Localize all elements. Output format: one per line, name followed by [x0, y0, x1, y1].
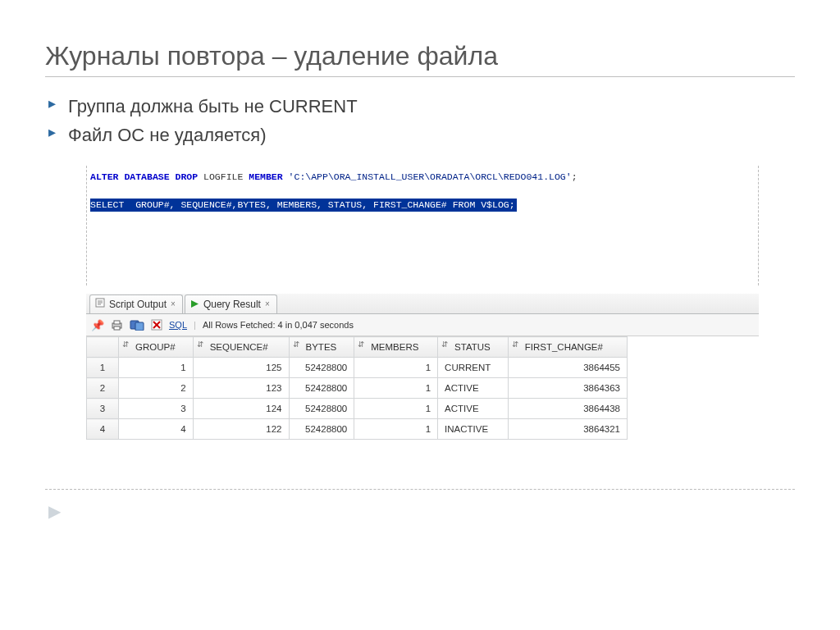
script-output-icon — [95, 298, 105, 310]
cell-members: 1 — [354, 378, 438, 399]
cell-bytes: 52428800 — [289, 358, 354, 378]
sort-icon: ⇵ — [293, 340, 299, 349]
sql-line-1: ALTER DATABASE DROP LOGFILE MEMBER 'C:\A… — [90, 171, 751, 185]
slide: Журналы повтора – удаление файла Группа … — [0, 0, 840, 554]
delete-icon[interactable] — [151, 319, 162, 331]
table-row[interactable]: 2 2 123 52428800 1 ACTIVE 3864363 — [87, 378, 628, 399]
separator: | — [194, 320, 196, 330]
close-icon[interactable]: × — [171, 299, 176, 308]
cell-group: 2 — [119, 378, 194, 399]
col-first-change[interactable]: ⇵FIRST_CHANGE# — [508, 337, 627, 358]
col-bytes[interactable]: ⇵BYTES — [289, 337, 354, 358]
svg-rect-9 — [135, 322, 144, 331]
cell-group: 3 — [119, 399, 194, 419]
close-icon[interactable]: × — [265, 299, 270, 308]
results-table: ⇵GROUP# ⇵SEQUENCE# ⇵BYTES ⇵MEMBERS ⇵STAT… — [86, 336, 628, 440]
bullet-list: Группа должна быть не CURRENT Файл ОС не… — [45, 92, 795, 149]
results-toolbar: 📌 SQL | All Rows Fetched: 4 in 0,047 sec… — [86, 314, 759, 336]
page-title: Журналы повтора – удаление файла — [45, 41, 795, 71]
table-row[interactable]: 3 3 124 52428800 1 ACTIVE 3864438 — [87, 399, 628, 419]
cell-members: 1 — [354, 358, 438, 378]
cell-status: ACTIVE — [438, 378, 509, 399]
sql-developer-panel: ALTER DATABASE DROP LOGFILE MEMBER 'C:\A… — [86, 166, 759, 440]
col-sequence[interactable]: ⇵SEQUENCE# — [193, 337, 289, 358]
svg-rect-7 — [114, 326, 120, 330]
cell-members: 1 — [354, 399, 438, 419]
cell-sequence: 122 — [193, 419, 289, 440]
cell-sequence: 123 — [193, 378, 289, 399]
fetch-status: All Rows Fetched: 4 in 0,047 seconds — [203, 320, 354, 330]
cell-sequence: 124 — [193, 399, 289, 419]
table-header-row: ⇵GROUP# ⇵SEQUENCE# ⇵BYTES ⇵MEMBERS ⇵STAT… — [87, 337, 628, 358]
sort-icon: ⇵ — [122, 340, 129, 349]
cell-first-change: 3864321 — [508, 419, 627, 440]
table-row[interactable]: 1 1 125 52428800 1 CURRENT 3864455 — [87, 358, 628, 378]
play-icon — [190, 299, 199, 308]
result-tabs: Script Output × Query Result × — [86, 294, 759, 314]
sort-icon: ⇵ — [358, 340, 364, 349]
rownum-cell: 1 — [87, 358, 119, 378]
rownum-header[interactable] — [87, 337, 119, 358]
footer-arrow-icon: ▶ — [48, 502, 61, 520]
sql-line-2: SELECT GROUP#, SEQUENCE#,BYTES, MEMBERS,… — [90, 199, 751, 212]
tab-query-result[interactable]: Query Result × — [185, 294, 277, 313]
cell-status: INACTIVE — [438, 419, 509, 440]
cell-first-change: 3864455 — [508, 358, 627, 378]
sort-icon: ⇵ — [197, 340, 203, 349]
cell-status: CURRENT — [438, 358, 509, 378]
cell-sequence: 125 — [193, 358, 289, 378]
cell-first-change: 3864363 — [508, 378, 627, 399]
cell-group: 1 — [119, 358, 194, 378]
sort-icon: ⇵ — [441, 340, 448, 349]
bullet-item: Файл ОС не удаляется) — [45, 121, 795, 149]
col-status[interactable]: ⇵STATUS — [438, 337, 509, 358]
rownum-cell: 3 — [87, 399, 119, 419]
cell-first-change: 3864438 — [508, 399, 627, 419]
cell-members: 1 — [354, 419, 438, 440]
col-group[interactable]: ⇵GROUP# — [119, 337, 194, 358]
cell-group: 4 — [119, 419, 194, 440]
rownum-cell: 4 — [87, 419, 119, 440]
table-row[interactable]: 4 4 122 52428800 1 INACTIVE 3864321 — [87, 419, 628, 440]
cell-bytes: 52428800 — [289, 399, 354, 419]
cell-bytes: 52428800 — [289, 378, 354, 399]
print-icon[interactable] — [111, 319, 123, 331]
col-members[interactable]: ⇵MEMBERS — [354, 337, 438, 358]
tab-script-output[interactable]: Script Output × — [89, 294, 183, 313]
cell-bytes: 52428800 — [289, 419, 354, 440]
svg-rect-6 — [114, 321, 120, 324]
slide-footer: ▶ — [45, 489, 795, 521]
title-divider — [45, 76, 795, 77]
pin-icon[interactable]: 📌 — [91, 319, 104, 331]
save-icon[interactable] — [130, 319, 144, 331]
svg-marker-4 — [191, 300, 199, 308]
cell-status: ACTIVE — [438, 399, 509, 419]
bullet-item: Группа должна быть не CURRENT — [45, 92, 795, 121]
sql-editor[interactable]: ALTER DATABASE DROP LOGFILE MEMBER 'C:\A… — [86, 166, 759, 285]
sql-button[interactable]: SQL — [169, 320, 187, 330]
rownum-cell: 2 — [87, 378, 119, 399]
tab-label: Query Result — [203, 299, 261, 310]
tab-label: Script Output — [109, 299, 167, 310]
sort-icon: ⇵ — [512, 340, 518, 349]
